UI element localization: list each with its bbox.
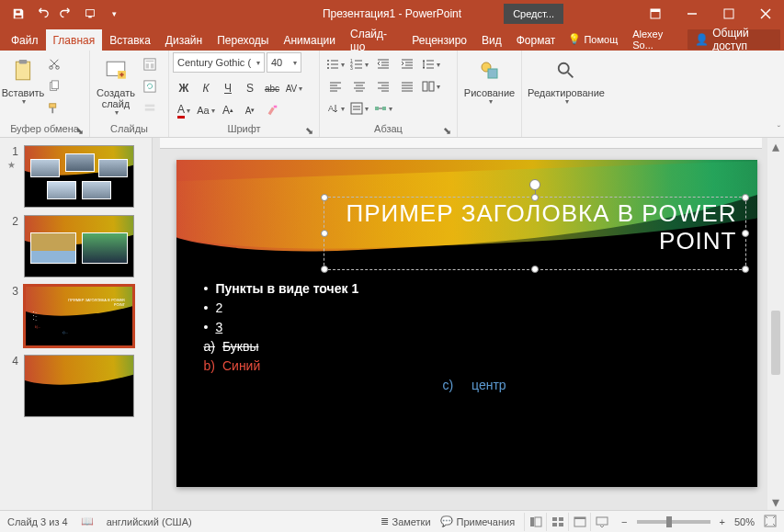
slide-body-text[interactable]: •Пункты в виде точек 1 •2 •3 a)Буквы b)С… [204,279,737,395]
decrease-indent-button[interactable] [371,54,395,74]
tab-animations[interactable]: Анимации [276,29,343,51]
start-from-beginning-button[interactable] [79,3,101,25]
slide-sorter-button[interactable] [546,513,568,531]
format-painter-button[interactable] [44,98,64,119]
undo-button[interactable] [31,3,53,25]
grow-font-button[interactable]: A▴ [217,100,239,120]
resize-handle[interactable] [742,266,749,273]
tab-view[interactable]: Вид [474,29,509,51]
cut-button[interactable] [44,54,64,74]
slide-canvas[interactable]: ПРИМЕР ЗАГОЛОВКА В POWER POINT •Пункты в… [176,160,757,487]
save-button[interactable] [7,3,29,25]
section-button[interactable] [140,98,160,119]
clear-formatting-button[interactable] [261,100,283,120]
scroll-down-button[interactable]: ▾ [767,493,784,510]
font-color-button[interactable]: A▾ [173,100,195,120]
qat-customize-button[interactable]: ▾ [103,3,125,25]
workspace: 1★ 2 3 ПРИМЕР ЗАГОЛОВКА В POWER POI [0,138,784,510]
slideshow-view-button[interactable] [590,513,612,531]
align-left-button[interactable] [324,76,347,96]
strikethrough-button[interactable]: abc [261,78,283,98]
tab-design[interactable]: Дизайн [158,29,210,51]
rotate-handle[interactable] [529,179,540,190]
contextual-tab-drawing-tools[interactable]: Средст... [504,4,563,24]
thumbnail-4[interactable]: 4 [0,351,152,421]
align-center-button[interactable] [347,76,371,96]
italic-button[interactable]: К [195,78,217,98]
user-account[interactable]: Alexey So... [627,28,684,50]
paragraph-launcher[interactable]: ⬊ [440,124,453,137]
language-button[interactable]: английский (США) [107,516,192,527]
spellcheck-icon[interactable]: 📖 [81,515,94,527]
scroll-up-button[interactable]: ▴ [767,138,784,154]
resize-handle[interactable] [742,194,749,201]
tab-insert[interactable]: Вставка [102,29,158,51]
paste-button[interactable]: Вставить▾ [4,52,42,107]
columns-button[interactable]: ▾ [419,76,443,96]
resize-handle[interactable] [321,266,328,273]
thumbnail-2[interactable]: 2 [0,211,152,281]
smartart-button[interactable]: ▾ [371,98,395,119]
quick-access-toolbar: ▾ [0,3,125,25]
zoom-in-button[interactable]: + [720,516,725,527]
zoom-slider[interactable] [637,520,710,524]
maximize-button[interactable] [710,0,747,28]
shadow-button[interactable]: S [239,78,261,98]
tab-slideshow[interactable]: Слайд-шо [343,29,404,51]
vertical-scrollbar[interactable]: ▴ ▾ [767,138,784,510]
underline-button[interactable]: Ч [217,78,239,98]
reset-button[interactable] [140,76,160,96]
zoom-level[interactable]: 50% [734,516,755,527]
align-right-button[interactable] [371,76,395,96]
thumbnail-3[interactable]: 3 ПРИМЕР ЗАГОЛОВКА В POWER POINT • ...• … [0,281,152,351]
tell-me-button[interactable]: 💡 Помощ [562,28,623,50]
notes-button[interactable]: ≣Заметки [381,515,431,527]
tab-file[interactable]: Файл [4,29,46,51]
bullets-button[interactable]: ▾ [324,54,347,74]
resize-handle[interactable] [742,230,749,237]
clipboard-launcher[interactable]: ⬊ [73,124,85,137]
resize-handle[interactable] [321,230,328,237]
font-name-select[interactable]: Century Gothic (▾ [173,52,265,73]
slide-title-text[interactable]: ПРИМЕР ЗАГОЛОВКА В POWER POINT [333,200,737,255]
slide-counter[interactable]: Слайд 3 из 4 [7,516,68,527]
font-launcher[interactable]: ⬊ [302,124,315,137]
share-button[interactable]: 👤Общий доступ [687,29,780,50]
thumbnail-1[interactable]: 1★ [0,141,152,211]
copy-button[interactable] [44,76,64,96]
shrink-font-button[interactable]: A▾ [239,100,261,120]
resize-handle[interactable] [321,194,328,201]
fit-to-window-button[interactable] [764,515,777,529]
numbering-button[interactable]: 123▾ [347,54,371,74]
tab-transitions[interactable]: Переходы [210,29,276,51]
layout-button[interactable] [140,54,160,74]
resize-handle[interactable] [531,266,539,273]
comments-button[interactable]: 💬Примечания [440,515,516,527]
increase-indent-button[interactable] [395,54,419,74]
tab-review[interactable]: Рецензиро [404,29,474,51]
redo-button[interactable] [55,3,77,25]
bullet-1: Пункты в виде точек 1 [215,279,358,299]
justify-button[interactable] [395,76,419,96]
char-spacing-button[interactable]: AV▾ [283,78,305,98]
normal-view-button[interactable] [524,513,546,531]
new-slide-button[interactable]: Создать слайд▾ [94,52,138,118]
drawing-button[interactable]: Рисование▾ [462,52,517,107]
zoom-out-button[interactable]: − [621,516,627,527]
thumbnails-pane[interactable]: 1★ 2 3 ПРИМЕР ЗАГОЛОВКА В POWER POI [0,138,153,510]
tab-home[interactable]: Главная [46,29,103,51]
close-button[interactable] [747,0,784,28]
collapse-ribbon-button[interactable]: ˇ [778,125,780,135]
svg-rect-76 [382,107,386,110]
ribbon-display-options-button[interactable] [637,0,674,28]
reading-view-button[interactable] [568,513,590,531]
change-case-button[interactable]: Aa▾ [195,100,217,120]
editing-button[interactable]: Редактирование▾ [527,52,606,107]
text-direction-button[interactable]: A▾ [324,98,347,119]
minimize-button[interactable] [674,0,710,28]
bold-button[interactable]: Ж [173,78,195,98]
line-spacing-button[interactable]: ▾ [419,54,443,74]
align-text-button[interactable]: ▾ [347,98,371,119]
tab-format[interactable]: Формат [509,29,563,51]
font-size-select[interactable]: 40▾ [267,52,301,73]
